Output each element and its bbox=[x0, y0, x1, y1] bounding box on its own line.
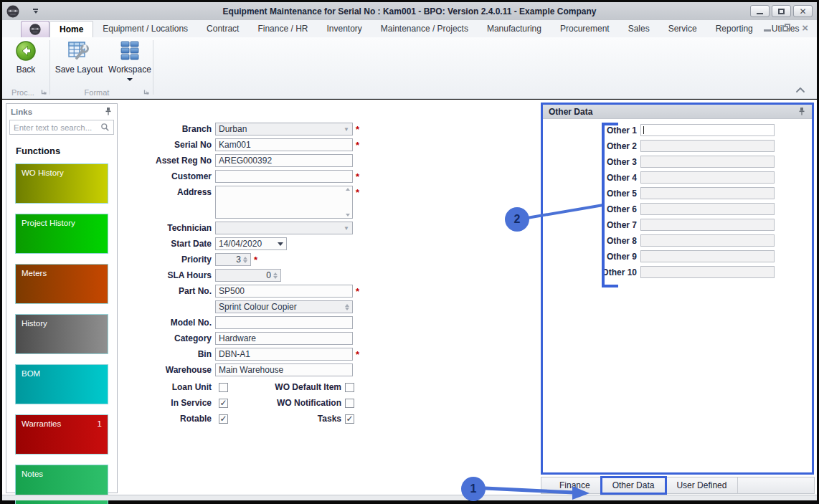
ribbon-tab[interactable]: Contract bbox=[197, 21, 248, 37]
other-field-input[interactable] bbox=[640, 219, 775, 231]
ribbon-tab[interactable]: Procurement bbox=[551, 21, 619, 37]
required-asterisk: * bbox=[254, 255, 261, 265]
other-field-input[interactable] bbox=[640, 124, 775, 136]
other-field-input[interactable] bbox=[640, 156, 775, 168]
technician-select[interactable]: ▼ bbox=[215, 222, 353, 234]
other-field-input[interactable] bbox=[640, 171, 775, 184]
maximize-button[interactable] bbox=[772, 5, 791, 17]
child-minimize-icon[interactable] bbox=[764, 29, 771, 32]
in-service-checkbox[interactable]: ✓ bbox=[219, 399, 228, 408]
spinner-arrows-icon[interactable] bbox=[243, 257, 247, 263]
status-bar bbox=[2, 495, 817, 500]
function-button[interactable]: Warranties 1 bbox=[15, 414, 108, 455]
back-button[interactable]: Back bbox=[4, 40, 48, 86]
bottom-tab[interactable]: Finance bbox=[549, 477, 602, 493]
ribbon-tab[interactable]: Equipment / Locations bbox=[93, 21, 197, 37]
field-row-priority: Priority 3 * bbox=[120, 253, 429, 266]
other-field-label: Other 5 bbox=[543, 189, 640, 199]
wo-default-item-checkbox[interactable] bbox=[345, 383, 354, 392]
workspace-button[interactable]: Workspace bbox=[107, 40, 153, 86]
field-row-category: Category Hardware bbox=[120, 332, 429, 345]
bottom-tab[interactable]: User Defined bbox=[666, 477, 738, 493]
bin-input[interactable]: DBN-A1 bbox=[215, 348, 353, 361]
dialog-launcher-icon[interactable] bbox=[143, 89, 150, 95]
close-icon: ✕ bbox=[799, 7, 806, 16]
ribbon-toolbar: Back Save Layout bbox=[2, 37, 817, 99]
scroll-arrows-icon[interactable] bbox=[346, 188, 350, 217]
ribbon-tab[interactable]: Sales bbox=[619, 21, 659, 37]
priority-stepper[interactable]: 3 bbox=[215, 253, 251, 266]
checkbox-row-2: In Service ✓ WO Notification bbox=[120, 396, 429, 409]
model-no-input[interactable] bbox=[215, 316, 353, 329]
part-no-input[interactable]: SP500 bbox=[215, 285, 353, 298]
close-button[interactable]: ✕ bbox=[793, 5, 813, 17]
loan-unit-checkbox[interactable] bbox=[219, 383, 228, 392]
function-button[interactable]: WO History bbox=[15, 163, 108, 204]
customer-input[interactable] bbox=[215, 170, 353, 183]
ribbon-tab[interactable]: Manufacturing bbox=[478, 21, 551, 37]
category-input[interactable]: Hardware bbox=[215, 332, 353, 345]
address-input[interactable] bbox=[215, 186, 353, 219]
field-row-model-no: Model No. bbox=[120, 316, 429, 329]
start-date-picker[interactable]: 14/04/2020 bbox=[215, 237, 287, 250]
other-field-input[interactable] bbox=[640, 140, 775, 152]
window-title: Equipment Maintenance for Serial No : Ka… bbox=[2, 6, 817, 16]
field-row-warehouse: Warehouse Main Warehouse bbox=[120, 363, 429, 376]
field-row-bin: Bin DBN-A1 * bbox=[120, 348, 429, 361]
links-panel: Links Enter text to search... Functions bbox=[6, 103, 118, 493]
ribbon-tab[interactable]: Inventory bbox=[317, 21, 371, 37]
child-close-icon[interactable]: × bbox=[802, 24, 808, 32]
function-button[interactable]: Meters bbox=[15, 264, 108, 304]
other-field-input[interactable] bbox=[640, 266, 775, 278]
pin-icon[interactable] bbox=[104, 107, 113, 116]
field-row-branch: Branch Durban ▼ * bbox=[120, 123, 429, 135]
rotable-checkbox[interactable]: ✓ bbox=[219, 414, 228, 424]
ribbon-tab-row: Home Equipment / Locations Contract Fina… bbox=[2, 20, 817, 37]
function-button-label: Warranties bbox=[22, 419, 61, 428]
wo-notification-checkbox[interactable] bbox=[345, 399, 354, 408]
other-field-input[interactable] bbox=[640, 234, 775, 247]
other-field-input[interactable] bbox=[640, 203, 775, 215]
tasks-checkbox[interactable]: ✓ bbox=[345, 414, 354, 424]
function-button-badge: 1 bbox=[98, 419, 102, 428]
save-layout-button[interactable]: Save Layout bbox=[52, 40, 105, 86]
field-row-start-date: Start Date 14/04/2020 bbox=[120, 237, 429, 250]
branch-select[interactable]: Durban ▼ bbox=[215, 123, 353, 135]
serial-no-input[interactable]: Kam001 bbox=[215, 138, 353, 151]
other-field-label: Other 8 bbox=[543, 236, 640, 246]
bottom-tab[interactable]: Other Data bbox=[602, 477, 666, 493]
spinner-arrows-icon[interactable] bbox=[273, 272, 278, 279]
warehouse-input[interactable]: Main Warehouse bbox=[215, 363, 353, 376]
dialog-launcher-icon[interactable] bbox=[41, 89, 47, 95]
application-menu-button[interactable] bbox=[21, 21, 49, 37]
ribbon-tab[interactable]: Home bbox=[49, 21, 93, 37]
group-caption-process: Proc... bbox=[2, 87, 44, 98]
search-input[interactable]: Enter text to search... bbox=[9, 120, 114, 135]
ribbon-tab[interactable]: Reporting bbox=[706, 21, 762, 37]
other-field-input[interactable] bbox=[640, 187, 775, 199]
other-data-row: Other 2 bbox=[543, 140, 812, 152]
function-button[interactable]: History bbox=[15, 314, 108, 354]
ribbon-tab[interactable]: Service bbox=[659, 21, 706, 37]
dropdown-arrow-icon bbox=[278, 242, 283, 246]
function-button[interactable]: BOM bbox=[15, 364, 108, 404]
child-restore-icon[interactable] bbox=[782, 24, 790, 32]
asset-reg-no-input[interactable]: AREG000392 bbox=[215, 154, 353, 167]
sla-hours-stepper[interactable]: 0 bbox=[215, 269, 281, 282]
maximize-icon bbox=[778, 9, 785, 14]
ribbon-tab[interactable]: Maintenance / Projects bbox=[371, 21, 478, 37]
priority-label: Priority bbox=[120, 255, 215, 265]
ribbon-tab[interactable]: Finance / HR bbox=[248, 21, 317, 37]
other-data-row: Other 4 bbox=[543, 171, 812, 184]
chevron-down-icon bbox=[127, 78, 133, 81]
other-data-row: Other 8 bbox=[543, 234, 812, 247]
other-field-input[interactable] bbox=[640, 250, 775, 262]
minimize-button[interactable] bbox=[750, 5, 770, 17]
pin-icon[interactable] bbox=[797, 107, 806, 116]
field-row-asset-reg-no: Asset Reg No AREG000392 bbox=[120, 154, 429, 167]
function-button[interactable]: Project History bbox=[15, 214, 108, 254]
collapse-ribbon-icon[interactable] bbox=[795, 86, 805, 93]
required-asterisk: * bbox=[356, 349, 363, 360]
other-data-title: Other Data bbox=[549, 107, 797, 117]
search-placeholder: Enter text to search... bbox=[14, 123, 100, 132]
